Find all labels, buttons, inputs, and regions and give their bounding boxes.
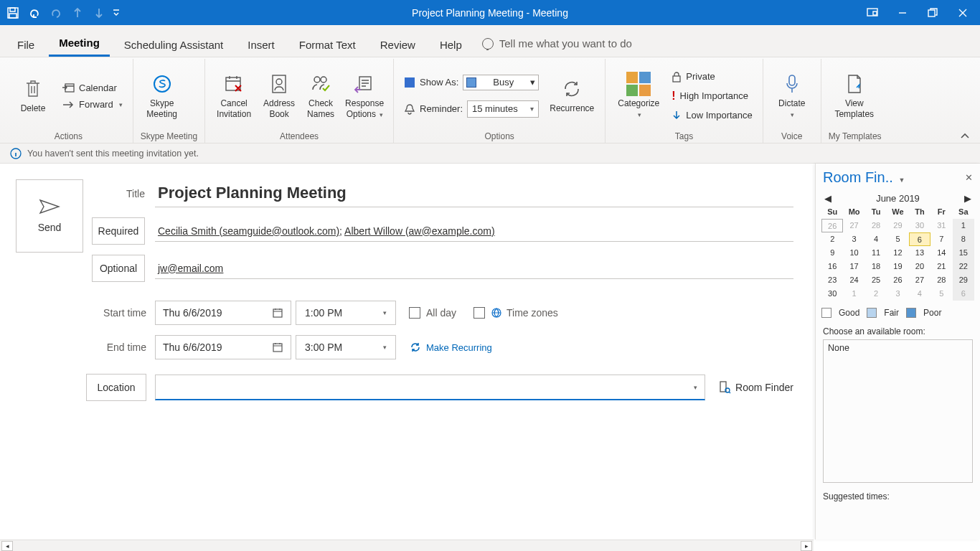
required-field[interactable]: Cecilia Smith (seamguide@outlook.com); A… — [155, 221, 793, 242]
cal-day[interactable]: 9 — [821, 246, 843, 260]
redo-icon[interactable] — [46, 3, 66, 23]
tab-file[interactable]: File — [7, 32, 44, 57]
dictate-button[interactable]: Dictate▾ — [771, 72, 814, 119]
undo-icon[interactable] — [24, 3, 44, 23]
end-time-picker[interactable]: 3:00 PM ▾ — [296, 335, 396, 359]
tab-review[interactable]: Review — [370, 32, 425, 57]
cal-day[interactable]: 13 — [909, 246, 930, 260]
room-list[interactable]: None — [823, 339, 973, 483]
optional-field[interactable]: jw@email.com — [155, 258, 793, 279]
tab-insert[interactable]: Insert — [237, 32, 285, 57]
response-options-button[interactable]: Response Options ▾ — [343, 72, 386, 119]
required-button[interactable]: Required — [92, 217, 145, 245]
cal-day[interactable]: 20 — [909, 260, 930, 273]
cal-next-month[interactable]: ▶ — [964, 193, 971, 204]
collapse-ribbon-button[interactable] — [954, 133, 976, 143]
cal-day[interactable]: 5 — [930, 287, 952, 301]
show-as-dropdown[interactable]: Busy ▾ — [463, 75, 539, 90]
tab-format-text[interactable]: Format Text — [289, 32, 366, 57]
cal-day[interactable]: 3 — [887, 287, 908, 301]
scroll-left-button[interactable]: ◂ — [1, 541, 13, 551]
cal-day[interactable]: 27 — [909, 273, 930, 287]
cal-prev-month[interactable]: ◀ — [824, 193, 831, 204]
address-book-button[interactable]: Address Book — [260, 72, 298, 119]
recurrence-button[interactable]: Recurrence — [546, 77, 598, 113]
forward-button[interactable]: Forward ▾ — [59, 98, 126, 111]
cal-day[interactable]: 25 — [865, 273, 887, 287]
cal-day[interactable]: 8 — [953, 232, 974, 246]
location-field[interactable]: ▾ — [155, 375, 705, 400]
move-to-calendar-button[interactable]: Calendar — [59, 80, 126, 95]
cal-day[interactable]: 10 — [843, 246, 864, 260]
ribbon-display-options-icon[interactable] — [858, 3, 887, 23]
categorize-button[interactable]: Categorize▾ — [613, 72, 664, 119]
view-templates-button[interactable]: View Templates — [829, 72, 880, 119]
cal-day[interactable]: 2 — [865, 287, 887, 301]
tab-scheduling-assistant[interactable]: Scheduling Assistant — [114, 32, 233, 57]
title-field[interactable]: Project Planning Meeting — [155, 179, 793, 207]
cal-day[interactable]: 4 — [865, 232, 887, 246]
cal-day[interactable]: 16 — [821, 260, 843, 273]
recipient-link[interactable]: jw@email.com — [158, 263, 223, 274]
cal-day[interactable]: 29 — [887, 219, 908, 232]
cal-day[interactable]: 26 — [887, 273, 908, 287]
cal-day[interactable]: 24 — [843, 273, 864, 287]
tab-help[interactable]: Help — [430, 32, 472, 57]
cal-day[interactable]: 17 — [843, 260, 864, 273]
cal-day[interactable]: 12 — [887, 246, 908, 260]
cal-day[interactable]: 1 — [953, 219, 974, 232]
cal-day[interactable]: 22 — [953, 260, 974, 273]
cal-day[interactable]: 5 — [887, 232, 908, 246]
low-importance-button[interactable]: Low Importance — [669, 108, 755, 123]
tell-me-search[interactable]: Tell me what you want to do — [476, 30, 638, 57]
cal-day[interactable]: 21 — [930, 260, 952, 273]
location-button[interactable]: Location — [86, 374, 146, 401]
private-button[interactable]: Private — [669, 70, 755, 84]
chevron-down-icon[interactable]: ▾ — [694, 384, 697, 391]
chevron-down-icon[interactable]: ▼ — [898, 176, 905, 184]
qat-customize-icon[interactable] — [110, 3, 122, 23]
cal-day[interactable]: 15 — [953, 246, 974, 260]
recipient-link[interactable]: Albert Willow (aw@example.com) — [344, 225, 494, 237]
close-icon[interactable] — [948, 3, 977, 23]
pane-close-icon[interactable]: ✕ — [965, 172, 973, 183]
cal-day[interactable]: 14 — [930, 246, 952, 260]
make-recurring-button[interactable]: Make Recurring — [409, 341, 492, 354]
scroll-right-button[interactable]: ▸ — [801, 541, 812, 551]
start-date-picker[interactable]: Thu 6/6/2019 — [155, 301, 291, 325]
maximize-icon[interactable] — [918, 3, 947, 23]
high-importance-button[interactable]: ! High Importance — [669, 88, 755, 104]
save-icon[interactable] — [3, 3, 23, 23]
start-time-picker[interactable]: 1:00 PM ▾ — [296, 301, 396, 325]
cancel-invitation-button[interactable]: Cancel Invitation — [212, 72, 255, 119]
reminder-dropdown[interactable]: 15 minutes ▾ — [467, 100, 539, 118]
room-item-none[interactable]: None — [828, 343, 968, 353]
all-day-checkbox[interactable]: All day — [409, 307, 456, 319]
cal-day[interactable]: 28 — [930, 273, 952, 287]
delete-button[interactable]: Delete — [11, 77, 55, 113]
cal-day[interactable]: 30 — [909, 219, 930, 232]
cal-day[interactable]: 29 — [953, 273, 974, 287]
room-finder-button[interactable]: Room Finder — [718, 380, 793, 395]
prev-item-icon[interactable] — [67, 3, 88, 23]
cal-day[interactable]: 30 — [821, 287, 843, 301]
horizontal-scrollbar[interactable]: ◂ ▸ — [0, 540, 814, 551]
cal-day[interactable]: 26 — [821, 219, 843, 232]
cal-day[interactable]: 1 — [843, 287, 864, 301]
cal-day[interactable]: 6 — [953, 287, 974, 301]
recipient-link[interactable]: Cecilia Smith (seamguide@outlook.com) — [158, 225, 339, 237]
cal-day[interactable]: 27 — [843, 219, 864, 232]
optional-button[interactable]: Optional — [92, 255, 145, 282]
cal-day[interactable]: 28 — [865, 219, 887, 232]
cal-day[interactable]: 11 — [865, 246, 887, 260]
cal-day[interactable]: 7 — [930, 232, 952, 246]
send-button[interactable]: Send — [16, 179, 83, 253]
check-names-button[interactable]: Check Names — [303, 72, 339, 119]
minimize-icon[interactable] — [888, 3, 917, 23]
time-zones-checkbox[interactable]: Time zones — [473, 307, 558, 319]
cal-day[interactable]: 19 — [887, 260, 908, 273]
skype-meeting-button[interactable]: Skype Meeting — [141, 72, 184, 119]
cal-day[interactable]: 23 — [821, 273, 843, 287]
tab-meeting[interactable]: Meeting — [49, 29, 110, 57]
cal-day[interactable]: 2 — [821, 232, 843, 246]
